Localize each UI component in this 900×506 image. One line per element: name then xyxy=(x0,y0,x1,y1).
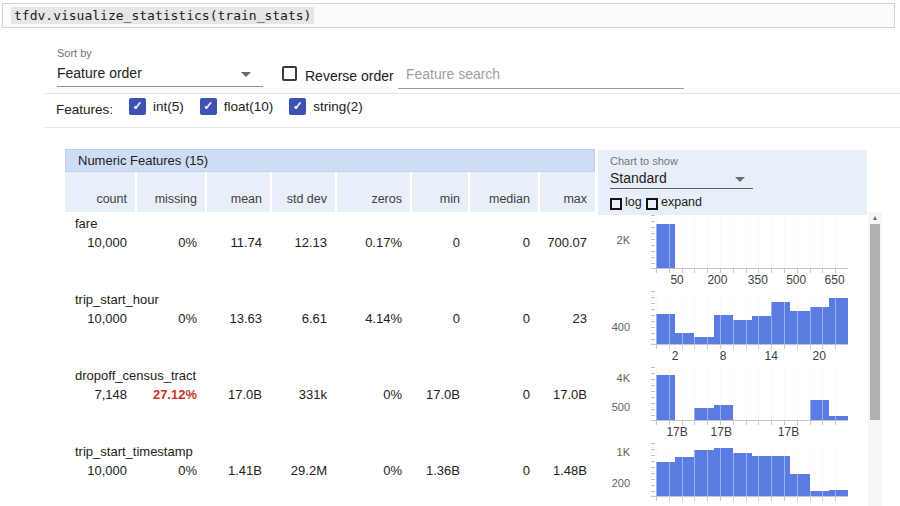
y-axis-label: 2K xyxy=(600,234,630,246)
scroll-up-icon[interactable]: ▲ xyxy=(868,213,882,223)
stat-value: 10,000 xyxy=(65,235,135,250)
stat-value: 12.13 xyxy=(270,235,335,250)
scrollbar[interactable]: ▲ xyxy=(868,212,882,506)
stat-value: 10,000 xyxy=(65,463,135,478)
table-row: fare10,0000%11.7412.130.17%00700.07 xyxy=(65,212,595,288)
stat-values: 7,14827.12%17.0B331k0%17.0B017.0B xyxy=(65,387,595,402)
checkbox-checked-icon[interactable]: ✓ xyxy=(200,98,217,115)
log-label: log xyxy=(625,195,642,209)
gridlines xyxy=(656,291,848,345)
x-axis-line xyxy=(651,496,848,497)
histogram-plot[interactable] xyxy=(656,291,848,345)
sort-by-select[interactable]: Feature order xyxy=(57,61,263,87)
column-header-min: min xyxy=(410,172,468,212)
stat-value: 0% xyxy=(135,235,205,250)
x-axis-label: 500 xyxy=(786,273,806,287)
sort-by-label: Sort by xyxy=(57,47,92,59)
feature-name: fare xyxy=(75,216,97,231)
feature-type-label: float(10) xyxy=(224,99,274,114)
stat-value: 7,148 xyxy=(65,387,135,402)
y-axis-ticks xyxy=(651,367,655,421)
stat-value: 0% xyxy=(135,311,205,326)
stat-value: 17.0B xyxy=(410,387,468,402)
y-axis-ticks xyxy=(651,215,655,269)
y-axis-label: 500 xyxy=(600,401,630,413)
column-header-std-dev: std dev xyxy=(270,172,335,212)
log-checkbox[interactable] xyxy=(610,198,622,210)
y-axis-label: 200 xyxy=(600,477,630,489)
scrollbar-thumb[interactable] xyxy=(870,224,880,420)
stat-value: 0.17% xyxy=(335,235,410,250)
stat-value: 0 xyxy=(410,235,468,250)
stat-value: 0 xyxy=(410,311,468,326)
stat-value: 0 xyxy=(468,387,538,402)
chart-to-show-select[interactable]: Standard xyxy=(610,169,753,189)
feature-type-filter: ✓string(2) xyxy=(289,98,363,115)
feature-type-label: string(2) xyxy=(313,99,363,114)
chart-to-show-value: Standard xyxy=(610,170,667,186)
x-axis-ticks xyxy=(656,497,848,501)
table-title: Numeric Features (15) xyxy=(65,149,595,172)
checkbox-checked-icon[interactable]: ✓ xyxy=(289,98,306,115)
x-axis-label: 17B xyxy=(666,425,687,439)
stat-value: 0% xyxy=(135,463,205,478)
stat-value: 1.41B xyxy=(205,463,270,478)
divider xyxy=(45,127,900,128)
histogram-trip_start_hour: 400281420 xyxy=(600,289,868,365)
chevron-down-icon xyxy=(735,177,745,182)
stat-value: 6.61 xyxy=(270,311,335,326)
reverse-order-label: Reverse order xyxy=(305,68,394,84)
feature-name: dropoff_census_tract xyxy=(75,368,196,383)
stat-value: 29.2M xyxy=(270,463,335,478)
stat-values: 10,0000%11.7412.130.17%00700.07 xyxy=(65,235,595,250)
expand-label: expand xyxy=(661,195,702,209)
table-row: dropoff_census_tract7,14827.12%17.0B331k… xyxy=(65,364,595,440)
stat-value: 0 xyxy=(468,311,538,326)
table-rows: fare10,0000%11.7412.130.17%00700.07trip_… xyxy=(65,212,595,506)
stat-values: 10,0000%13.636.614.14%0023 xyxy=(65,311,595,326)
expand-checkbox[interactable] xyxy=(646,198,658,210)
table-row: trip_start_hour10,0000%13.636.614.14%002… xyxy=(65,288,595,364)
stat-value: 17.0B xyxy=(205,387,270,402)
reverse-order-checkbox[interactable] xyxy=(282,66,297,81)
y-axis-ticks xyxy=(651,443,655,497)
column-header-zeros: zeros xyxy=(335,172,410,212)
stat-value: 0 xyxy=(468,235,538,250)
y-axis-ticks xyxy=(651,291,655,345)
histogram-dropoff_census_tract: 4K50017B17B17B xyxy=(600,365,868,441)
gridlines xyxy=(656,367,848,421)
feature-name: trip_start_timestamp xyxy=(75,444,193,459)
stat-values: 10,0000%1.41B29.2M0%1.36B01.48B xyxy=(65,463,595,478)
code-cell[interactable]: tfdv.visualize_statistics(train_stats) xyxy=(2,3,895,28)
column-header-missing: missing xyxy=(135,172,205,212)
column-header-max: max xyxy=(538,172,595,212)
x-axis-label: 650 xyxy=(825,273,845,287)
feature-type-filter: ✓int(5) xyxy=(129,98,184,115)
x-axis-line xyxy=(651,344,848,345)
code-text: tfdv.visualize_statistics(train_stats) xyxy=(11,7,314,24)
features-label: Features: xyxy=(56,102,113,117)
tfdv-statistics-widget: tfdv.visualize_statistics(train_stats) S… xyxy=(0,0,900,506)
x-axis-label: 350 xyxy=(748,273,768,287)
feature-type-filters: ✓int(5)✓float(10)✓string(2) xyxy=(129,98,363,115)
x-axis-line xyxy=(651,268,848,269)
x-axis-label: 17B xyxy=(711,425,732,439)
stat-value: 27.12% xyxy=(135,387,205,402)
histogram-plot[interactable] xyxy=(656,443,848,497)
stat-value: 10,000 xyxy=(65,311,135,326)
feature-type-filter: ✓float(10) xyxy=(200,98,274,115)
y-axis-label: 4K xyxy=(600,372,630,384)
y-axis-label: 1K xyxy=(600,446,630,458)
histogram-plot[interactable] xyxy=(656,215,848,269)
x-axis-label: 20 xyxy=(813,349,826,363)
x-axis-label: 8 xyxy=(720,349,727,363)
histogram-trip_start_timestamp: 1K200 xyxy=(600,441,868,506)
histogram-plot[interactable] xyxy=(656,367,848,421)
stat-value: 17.0B xyxy=(538,387,595,402)
histogram-fare: 2K50200350500650 xyxy=(600,213,868,289)
stat-value: 331k xyxy=(270,387,335,402)
feature-search-input[interactable] xyxy=(398,61,684,89)
column-header-median: median xyxy=(468,172,538,212)
checkbox-checked-icon[interactable]: ✓ xyxy=(129,98,146,115)
sort-by-value: Feature order xyxy=(57,65,142,81)
